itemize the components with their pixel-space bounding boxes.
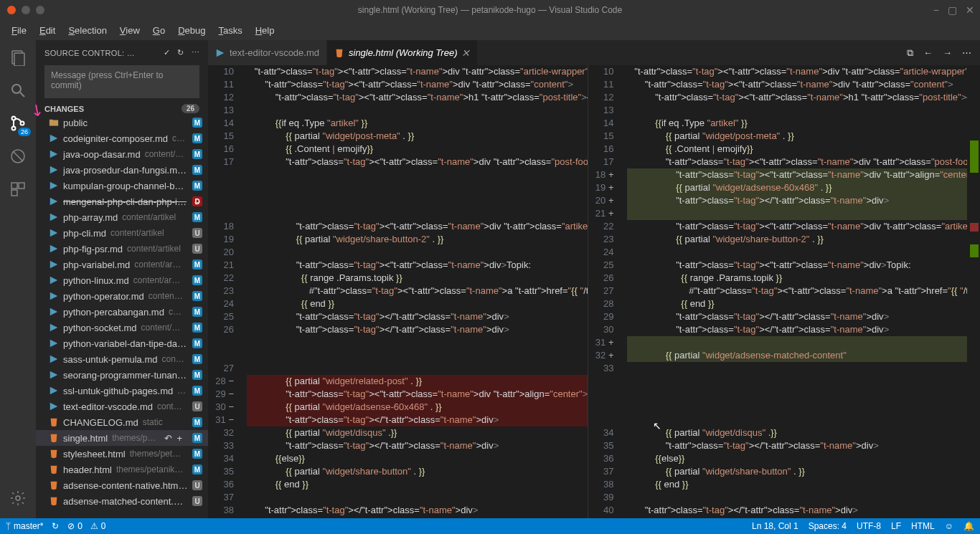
menu-selection[interactable]: Selection: [62, 24, 112, 37]
minimap[interactable]: [967, 65, 980, 518]
notifications-icon[interactable]: 🔔: [963, 521, 974, 531]
file-name: python-percabangan.md: [63, 307, 164, 318]
indentation[interactable]: Spaces: 4: [809, 521, 847, 531]
file-row[interactable]: mengenal-php-cli-dan-php-i… D: [36, 194, 208, 209]
discard-icon[interactable]: ↶: [164, 433, 172, 444]
file-row[interactable]: codeigniter-composer.md c… M: [36, 130, 208, 146]
file-row[interactable]: java-oop-dasar.md content/… M: [36, 146, 208, 162]
file-row[interactable]: php-fig-psr.md content/artikel U: [36, 241, 208, 257]
git-branch[interactable]: ᛘ master*: [6, 521, 43, 531]
window-close-button[interactable]: [7, 6, 16, 14]
menu-view[interactable]: View: [114, 24, 146, 37]
window-restore-icon[interactable]: ▢: [948, 4, 957, 16]
file-row[interactable]: python-variabel-dan-tipe-da… M: [36, 335, 208, 351]
file-name: java-prosedur-dan-fungsi.m…: [63, 165, 187, 176]
nav-back-icon[interactable]: ←: [923, 47, 933, 58]
language-mode[interactable]: HTML: [911, 521, 935, 531]
file-row[interactable]: python-linux.md content/ar… M: [36, 272, 208, 288]
file-status-badge: M: [192, 354, 202, 364]
nav-forward-icon[interactable]: →: [943, 47, 952, 58]
diff-editor[interactable]: 1011121314151617181920212223242526272829…: [208, 65, 980, 518]
editor-more-icon[interactable]: ⋯: [962, 47, 971, 58]
file-status-badge: U: [192, 244, 202, 254]
diff-modified-pane[interactable]: 1011121314151617181920212223242526272829…: [588, 65, 968, 518]
file-name: adsense-content-native.htm…: [63, 480, 187, 491]
svg-point-12: [16, 496, 20, 500]
explorer-icon[interactable]: [8, 47, 28, 67]
file-row[interactable]: single.html themes/p… ↶+ M: [36, 430, 208, 446]
menu-tasks[interactable]: Tasks: [212, 24, 248, 37]
settings-gear-icon[interactable]: [8, 488, 28, 508]
scm-badge: 26: [18, 128, 31, 136]
md-file-icon: [49, 291, 59, 301]
commit-message-input[interactable]: Message (press Ctrl+Enter to commit): [44, 65, 199, 98]
file-row[interactable]: php-cli.md content/artikel U: [36, 225, 208, 241]
problems[interactable]: ⊘ 0 ⚠ 0: [67, 521, 105, 531]
file-row[interactable]: public M: [36, 115, 208, 130]
file-row[interactable]: stylesheet.html themes/pet… M: [36, 446, 208, 462]
debug-icon[interactable]: [8, 146, 28, 166]
file-row[interactable]: python-socket.md content/… M: [36, 320, 208, 335]
commit-icon[interactable]: ✓: [164, 48, 170, 57]
file-row[interactable]: CHANGELOG.md static M: [36, 414, 208, 430]
file-status-badge: M: [192, 433, 202, 443]
encoding[interactable]: UTF-8: [857, 521, 881, 531]
feedback-icon[interactable]: ☺: [945, 521, 953, 531]
file-row[interactable]: ssl-untuk-github-pages.md … M: [36, 383, 208, 399]
cursor-position[interactable]: Ln 18, Col 1: [752, 521, 798, 531]
file-path: …: [177, 386, 186, 396]
split-editor-icon[interactable]: ⧉: [907, 47, 913, 59]
file-status-badge: M: [192, 417, 202, 427]
source-control-icon[interactable]: 26: [8, 113, 28, 133]
more-icon[interactable]: ⋯: [192, 48, 199, 57]
file-name: ssl-untuk-github-pages.md: [63, 386, 173, 396]
menu-edit[interactable]: Edit: [34, 24, 61, 37]
window-close-icon[interactable]: ✕: [966, 4, 974, 16]
file-status-badge: M: [192, 118, 202, 128]
file-name: CHANGELOG.md: [63, 417, 138, 428]
changes-file-list: public M codeigniter-composer.md c… M ja…: [36, 115, 208, 518]
window-min-icon[interactable]: −: [933, 4, 939, 16]
file-status-badge: M: [192, 291, 202, 301]
file-path: content/…: [145, 149, 184, 159]
file-name: java-oop-dasar.md: [63, 149, 141, 160]
file-row[interactable]: python-percabangan.md c… M: [36, 304, 208, 320]
window-minimize-button[interactable]: [22, 6, 30, 14]
editor-tab[interactable]: text-editor-vscode.md: [208, 40, 327, 65]
refresh-icon[interactable]: ↻: [177, 48, 184, 57]
window-maximize-button[interactable]: [36, 6, 44, 14]
changes-section[interactable]: CHANGES 26: [36, 102, 208, 115]
file-row[interactable]: sass-untuk-pemula.md con… M: [36, 351, 208, 367]
menu-go[interactable]: Go: [147, 24, 171, 37]
sync-icon[interactable]: ↻: [52, 521, 59, 531]
search-icon[interactable]: [8, 80, 28, 100]
file-row[interactable]: header.html themes/petanik… M: [36, 462, 208, 477]
menu-debug[interactable]: Debug: [172, 24, 211, 37]
file-row[interactable]: java-prosedur-dan-fungsi.m… M: [36, 162, 208, 178]
file-row[interactable]: seorang-programmer-tunan… M: [36, 367, 208, 383]
menu-help[interactable]: Help: [250, 24, 281, 37]
md-file-icon: [215, 48, 225, 58]
eol[interactable]: LF: [891, 521, 901, 531]
md-file-icon: [49, 386, 59, 396]
svg-point-4: [12, 117, 16, 120]
file-path: static: [143, 417, 163, 427]
file-row[interactable]: text-editor-vscode.md cont… U: [36, 399, 208, 414]
file-row[interactable]: adsense-content-native.htm… U: [36, 477, 208, 493]
file-path: conten…: [149, 291, 183, 301]
file-row[interactable]: php-array.md content/artikel M: [36, 209, 208, 225]
file-row[interactable]: adsense-matched-content.h… U: [36, 493, 208, 509]
extensions-icon[interactable]: [8, 179, 28, 199]
menu-file[interactable]: File: [6, 24, 32, 37]
stage-icon[interactable]: +: [176, 433, 182, 444]
file-row[interactable]: php-variabel.md content/ar… M: [36, 257, 208, 272]
file-path: cont…: [157, 401, 182, 411]
file-row[interactable]: kumpulan-group-channel-b… M: [36, 178, 208, 194]
file-path: themes/pet…: [130, 449, 181, 459]
editor-tab[interactable]: single.html (Working Tree)✕: [327, 40, 478, 65]
file-row[interactable]: python-operator.md conten… M: [36, 288, 208, 304]
diff-original-pane[interactable]: 1011121314151617181920212223242526272829…: [208, 65, 588, 518]
close-tab-icon[interactable]: ✕: [461, 47, 470, 59]
file-name: codeigniter-composer.md: [63, 133, 168, 144]
md-file-icon: [49, 181, 59, 191]
